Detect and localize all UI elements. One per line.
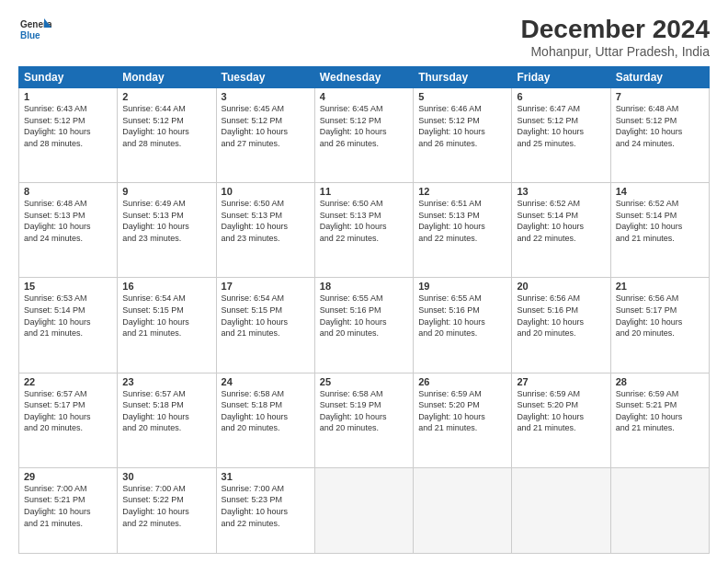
table-row: 18Sunrise: 6:55 AM Sunset: 5:16 PM Dayli… <box>314 278 413 373</box>
day-info: Sunrise: 6:55 AM Sunset: 5:16 PM Dayligh… <box>320 293 408 339</box>
day-number: 27 <box>517 376 605 387</box>
day-number: 9 <box>122 186 210 197</box>
col-sunday: Sunday <box>19 67 118 88</box>
table-row: 27Sunrise: 6:59 AM Sunset: 5:20 PM Dayli… <box>512 373 610 467</box>
day-info: Sunrise: 6:59 AM Sunset: 5:20 PM Dayligh… <box>517 388 605 434</box>
week-row-4: 22Sunrise: 6:57 AM Sunset: 5:17 PM Dayli… <box>19 373 710 467</box>
week-row-5: 29Sunrise: 7:00 AM Sunset: 5:21 PM Dayli… <box>19 467 710 553</box>
col-friday: Friday <box>512 67 610 88</box>
day-info: Sunrise: 6:54 AM Sunset: 5:15 PM Dayligh… <box>222 293 310 339</box>
main-title: December 2024 <box>521 15 710 44</box>
day-info: Sunrise: 6:47 AM Sunset: 5:12 PM Dayligh… <box>517 103 605 149</box>
table-row: 29Sunrise: 7:00 AM Sunset: 5:21 PM Dayli… <box>19 467 118 553</box>
day-number: 30 <box>122 471 210 482</box>
table-row: 4Sunrise: 6:45 AM Sunset: 5:12 PM Daylig… <box>314 88 413 183</box>
day-info: Sunrise: 7:00 AM Sunset: 5:22 PM Dayligh… <box>122 483 210 529</box>
day-number: 7 <box>616 91 704 102</box>
col-tuesday: Tuesday <box>216 67 314 88</box>
calendar-body: 1Sunrise: 6:43 AM Sunset: 5:12 PM Daylig… <box>19 88 710 554</box>
header: General Blue December 2024 Mohanpur, Utt… <box>18 15 710 59</box>
day-info: Sunrise: 6:50 AM Sunset: 5:13 PM Dayligh… <box>320 198 408 244</box>
day-info: Sunrise: 6:50 AM Sunset: 5:13 PM Dayligh… <box>222 198 310 244</box>
week-row-3: 15Sunrise: 6:53 AM Sunset: 5:14 PM Dayli… <box>19 278 710 373</box>
table-row <box>414 467 512 553</box>
table-row <box>610 467 709 553</box>
col-monday: Monday <box>118 67 216 88</box>
table-row: 19Sunrise: 6:55 AM Sunset: 5:16 PM Dayli… <box>414 278 512 373</box>
day-number: 6 <box>517 91 605 102</box>
day-number: 10 <box>222 186 310 197</box>
week-row-1: 1Sunrise: 6:43 AM Sunset: 5:12 PM Daylig… <box>19 88 710 183</box>
day-number: 13 <box>517 186 605 197</box>
table-row: 10Sunrise: 6:50 AM Sunset: 5:13 PM Dayli… <box>216 183 314 278</box>
day-number: 23 <box>122 376 210 387</box>
table-row: 23Sunrise: 6:57 AM Sunset: 5:18 PM Dayli… <box>118 373 216 467</box>
day-info: Sunrise: 6:52 AM Sunset: 5:14 PM Dayligh… <box>517 198 605 244</box>
table-row: 6Sunrise: 6:47 AM Sunset: 5:12 PM Daylig… <box>512 88 610 183</box>
table-row: 20Sunrise: 6:56 AM Sunset: 5:16 PM Dayli… <box>512 278 610 373</box>
table-row: 25Sunrise: 6:58 AM Sunset: 5:19 PM Dayli… <box>314 373 413 467</box>
subtitle: Mohanpur, Uttar Pradesh, India <box>521 44 710 59</box>
day-number: 1 <box>24 91 112 102</box>
day-number: 19 <box>418 281 506 292</box>
table-row: 30Sunrise: 7:00 AM Sunset: 5:22 PM Dayli… <box>118 467 216 553</box>
day-info: Sunrise: 6:58 AM Sunset: 5:19 PM Dayligh… <box>320 388 408 434</box>
table-row: 28Sunrise: 6:59 AM Sunset: 5:21 PM Dayli… <box>610 373 709 467</box>
day-info: Sunrise: 6:46 AM Sunset: 5:12 PM Dayligh… <box>418 103 506 149</box>
table-row: 17Sunrise: 6:54 AM Sunset: 5:15 PM Dayli… <box>216 278 314 373</box>
table-row: 24Sunrise: 6:58 AM Sunset: 5:18 PM Dayli… <box>216 373 314 467</box>
day-number: 20 <box>517 281 605 292</box>
page: General Blue December 2024 Mohanpur, Utt… <box>0 0 728 563</box>
table-row: 14Sunrise: 6:52 AM Sunset: 5:14 PM Dayli… <box>610 183 709 278</box>
day-number: 5 <box>418 91 506 102</box>
day-number: 22 <box>24 376 112 387</box>
day-info: Sunrise: 6:51 AM Sunset: 5:13 PM Dayligh… <box>418 198 506 244</box>
day-info: Sunrise: 6:43 AM Sunset: 5:12 PM Dayligh… <box>24 103 112 149</box>
day-number: 18 <box>320 281 408 292</box>
svg-text:Blue: Blue <box>20 30 40 40</box>
day-number: 12 <box>418 186 506 197</box>
day-number: 24 <box>222 376 310 387</box>
calendar-header: Sunday Monday Tuesday Wednesday Thursday… <box>19 67 710 88</box>
table-row: 5Sunrise: 6:46 AM Sunset: 5:12 PM Daylig… <box>414 88 512 183</box>
day-number: 25 <box>320 376 408 387</box>
day-number: 28 <box>616 376 704 387</box>
day-number: 14 <box>616 186 704 197</box>
day-info: Sunrise: 6:56 AM Sunset: 5:17 PM Dayligh… <box>616 293 704 339</box>
header-row: Sunday Monday Tuesday Wednesday Thursday… <box>19 67 710 88</box>
day-number: 15 <box>24 281 112 292</box>
day-number: 4 <box>320 91 408 102</box>
col-saturday: Saturday <box>610 67 709 88</box>
col-thursday: Thursday <box>414 67 512 88</box>
table-row: 9Sunrise: 6:49 AM Sunset: 5:13 PM Daylig… <box>118 183 216 278</box>
day-info: Sunrise: 6:55 AM Sunset: 5:16 PM Dayligh… <box>418 293 506 339</box>
table-row: 8Sunrise: 6:48 AM Sunset: 5:13 PM Daylig… <box>19 183 118 278</box>
week-row-2: 8Sunrise: 6:48 AM Sunset: 5:13 PM Daylig… <box>19 183 710 278</box>
logo: General Blue <box>18 15 51 48</box>
logo-svg: General Blue <box>18 15 51 48</box>
day-info: Sunrise: 6:54 AM Sunset: 5:15 PM Dayligh… <box>122 293 210 339</box>
day-info: Sunrise: 7:00 AM Sunset: 5:21 PM Dayligh… <box>24 483 112 529</box>
day-info: Sunrise: 7:00 AM Sunset: 5:23 PM Dayligh… <box>222 483 310 529</box>
table-row: 1Sunrise: 6:43 AM Sunset: 5:12 PM Daylig… <box>19 88 118 183</box>
day-info: Sunrise: 6:52 AM Sunset: 5:14 PM Dayligh… <box>616 198 704 244</box>
day-info: Sunrise: 6:58 AM Sunset: 5:18 PM Dayligh… <box>222 388 310 434</box>
day-info: Sunrise: 6:59 AM Sunset: 5:20 PM Dayligh… <box>418 388 506 434</box>
table-row <box>314 467 413 553</box>
col-wednesday: Wednesday <box>314 67 413 88</box>
day-info: Sunrise: 6:44 AM Sunset: 5:12 PM Dayligh… <box>122 103 210 149</box>
day-info: Sunrise: 6:59 AM Sunset: 5:21 PM Dayligh… <box>616 388 704 434</box>
table-row: 31Sunrise: 7:00 AM Sunset: 5:23 PM Dayli… <box>216 467 314 553</box>
day-number: 2 <box>122 91 210 102</box>
table-row: 13Sunrise: 6:52 AM Sunset: 5:14 PM Dayli… <box>512 183 610 278</box>
day-info: Sunrise: 6:53 AM Sunset: 5:14 PM Dayligh… <box>24 293 112 339</box>
day-info: Sunrise: 6:49 AM Sunset: 5:13 PM Dayligh… <box>122 198 210 244</box>
title-block: December 2024 Mohanpur, Uttar Pradesh, I… <box>521 15 710 59</box>
calendar-table: Sunday Monday Tuesday Wednesday Thursday… <box>18 66 710 554</box>
day-number: 26 <box>418 376 506 387</box>
table-row: 15Sunrise: 6:53 AM Sunset: 5:14 PM Dayli… <box>19 278 118 373</box>
day-info: Sunrise: 6:45 AM Sunset: 5:12 PM Dayligh… <box>320 103 408 149</box>
day-info: Sunrise: 6:48 AM Sunset: 5:12 PM Dayligh… <box>616 103 704 149</box>
day-number: 16 <box>122 281 210 292</box>
table-row: 12Sunrise: 6:51 AM Sunset: 5:13 PM Dayli… <box>414 183 512 278</box>
